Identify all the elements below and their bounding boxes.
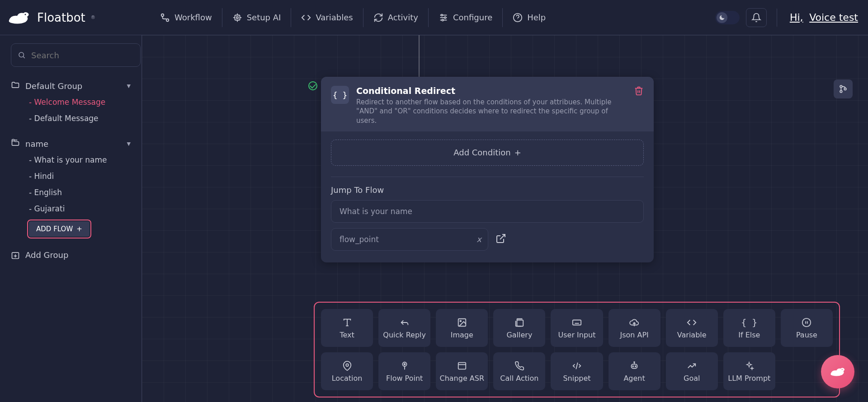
- svg-line-49: [576, 362, 578, 369]
- reply-icon: [400, 317, 410, 328]
- flow-item-english[interactable]: - English: [11, 184, 131, 201]
- block-label: Change ASR: [439, 374, 484, 383]
- check-icon: [308, 81, 317, 90]
- block-text[interactable]: Text: [321, 309, 373, 347]
- flow-item-gujarati[interactable]: - Gujarati: [11, 201, 131, 217]
- block-label: Gallery: [506, 331, 532, 339]
- svg-point-12: [441, 14, 443, 16]
- conditional-redirect-card: { } Conditional Redirect Redirect to ano…: [321, 77, 654, 262]
- connector-line: [419, 35, 420, 77]
- user-link[interactable]: Voice test: [809, 12, 858, 23]
- nav-activity[interactable]: Activity: [363, 8, 429, 27]
- group-label: Default Group: [25, 81, 82, 91]
- block-label: Call Action: [500, 374, 538, 383]
- delete-card-button[interactable]: [634, 86, 644, 125]
- nav-label: Workflow: [175, 13, 212, 22]
- block-image[interactable]: Image: [436, 309, 488, 347]
- greeting: Hi, Voice test: [787, 12, 858, 23]
- flow-point-input[interactable]: flow_point x: [331, 228, 488, 251]
- divider: [331, 177, 644, 177]
- block-label: Text: [340, 331, 354, 339]
- block-llm-prompt[interactable]: LLM Prompt: [723, 352, 775, 390]
- add-flow-button[interactable]: ADD FLOW+: [29, 221, 90, 237]
- svg-point-25: [840, 90, 842, 93]
- block-label: User Input: [558, 331, 596, 339]
- block-pause[interactable]: Pause: [781, 309, 833, 347]
- block-call-action[interactable]: Call Action: [493, 352, 545, 390]
- trash-icon: [634, 86, 644, 96]
- block-agent[interactable]: Agent: [609, 352, 660, 390]
- brand-logo[interactable]: Floatbot®: [5, 9, 141, 27]
- divider: [777, 9, 777, 27]
- nav-help[interactable]: Help: [503, 8, 556, 27]
- folder-icon: [11, 138, 20, 149]
- window-icon: [457, 360, 467, 371]
- sliders-icon: [439, 13, 448, 23]
- flow-item-welcome-message[interactable]: - Welcome Message: [11, 94, 131, 110]
- block-gallery[interactable]: Gallery: [493, 309, 545, 347]
- block-snippet[interactable]: Snippet: [551, 352, 603, 390]
- open-flow-button[interactable]: [495, 233, 506, 246]
- block-json-api[interactable]: Json API: [609, 309, 660, 347]
- block-flow-point[interactable]: Flow Point: [378, 352, 430, 390]
- flow-item-default-message[interactable]: - Default Message: [11, 110, 131, 126]
- svg-point-17: [19, 52, 24, 57]
- duck-icon: [828, 362, 847, 381]
- block-if-else[interactable]: { }If Else: [723, 309, 775, 347]
- chip-icon: [232, 13, 242, 23]
- duck-icon: [5, 9, 33, 27]
- search-input[interactable]: [30, 50, 134, 61]
- nav-label: Activity: [388, 13, 418, 22]
- notification-button[interactable]: [746, 8, 767, 27]
- svg-point-52: [635, 366, 636, 367]
- text-icon: [342, 317, 352, 328]
- nav-label: Configure: [453, 13, 492, 22]
- nav-label: Setup AI: [247, 13, 281, 22]
- nav-setup-ai[interactable]: Setup AI: [222, 8, 292, 27]
- theme-toggle[interactable]: [715, 11, 740, 24]
- flow-item-what-is-your-name[interactable]: - What is your name: [11, 152, 131, 168]
- svg-point-31: [460, 320, 461, 322]
- chevron-down-icon: ▼: [127, 83, 131, 89]
- chevron-down-icon: ▼: [127, 141, 131, 147]
- jump-to-flow-label: Jump To Flow: [331, 185, 644, 195]
- block-label: Json API: [620, 331, 648, 339]
- nav-workflow[interactable]: Workflow: [150, 8, 222, 27]
- svg-point-43: [346, 364, 349, 366]
- braces-icon: { }: [741, 317, 757, 328]
- block-label: Flow Point: [386, 374, 423, 383]
- block-label: If Else: [738, 331, 760, 339]
- flowpoint-icon: [400, 360, 410, 371]
- block-label: Pause: [796, 331, 817, 339]
- svg-point-0: [25, 14, 26, 15]
- add-group-button[interactable]: Add Group: [11, 250, 131, 260]
- version-control-button[interactable]: [834, 79, 853, 98]
- add-condition-button[interactable]: Add Condition+: [331, 140, 644, 166]
- phone-icon: [514, 360, 524, 371]
- block-user-input[interactable]: User Input: [551, 309, 603, 347]
- svg-point-24: [840, 85, 842, 88]
- flow-item-hindi[interactable]: - Hindi: [11, 168, 131, 184]
- folder-icon: [11, 80, 20, 91]
- block-palette: TextQuick ReplyImageGalleryUser InputJso…: [314, 302, 840, 397]
- clear-input-button[interactable]: x: [476, 234, 481, 244]
- group-name[interactable]: name▼: [11, 136, 131, 152]
- svg-line-27: [500, 234, 505, 239]
- moon-icon: [719, 14, 725, 21]
- block-label: Goal: [684, 374, 700, 383]
- workflow-icon: [160, 13, 170, 23]
- block-change-asr[interactable]: Change ASR: [436, 352, 488, 390]
- sparkle-icon: [744, 360, 754, 371]
- block-quick-reply[interactable]: Quick Reply: [378, 309, 430, 347]
- card-description: Redirect to another flow based on the co…: [356, 98, 627, 125]
- block-variable[interactable]: Variable: [666, 309, 718, 347]
- group-default-group[interactable]: Default Group▼: [11, 78, 131, 94]
- chat-fab[interactable]: [821, 355, 854, 388]
- nav-configure[interactable]: Configure: [429, 8, 503, 27]
- jump-to-flow-select[interactable]: What is your name: [331, 200, 644, 223]
- svg-point-40: [802, 318, 811, 326]
- search-input-wrapper[interactable]: [11, 43, 141, 67]
- nav-variables[interactable]: Variables: [291, 8, 363, 27]
- block-location[interactable]: Location: [321, 352, 373, 390]
- block-goal[interactable]: Goal: [666, 352, 718, 390]
